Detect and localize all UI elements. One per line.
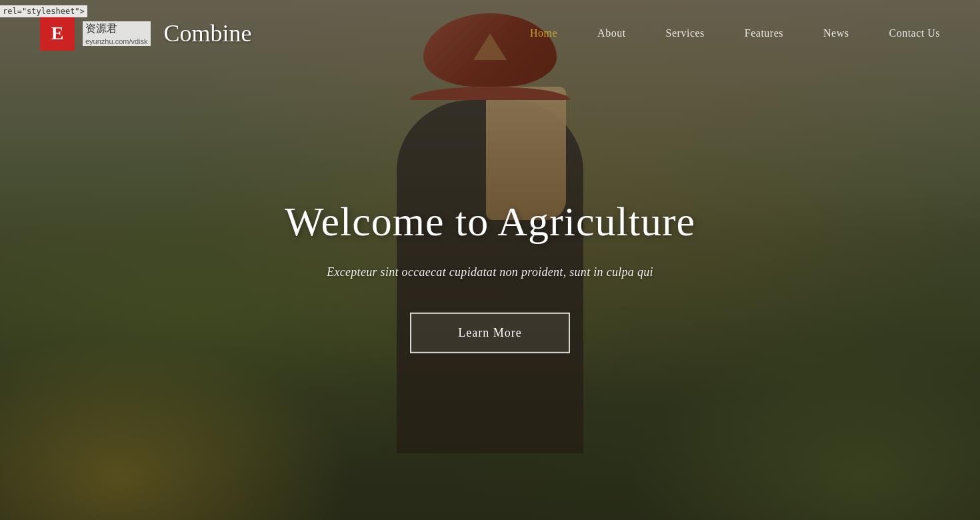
nav-item-home[interactable]: Home <box>530 27 557 39</box>
logo-chinese: 资源君 <box>83 21 151 37</box>
nav-item-contact[interactable]: Contact Us <box>889 27 940 39</box>
watermark-text: rel="stylesheet"> <box>0 5 87 17</box>
logo-brand-name: Combine <box>164 19 252 47</box>
nav-link-about[interactable]: About <box>597 27 626 39</box>
nav-item-services[interactable]: Services <box>666 27 705 39</box>
hero-title: Welcome to Agriculture <box>190 198 790 245</box>
nav-links: Home About Services Features News Contac… <box>530 27 940 39</box>
nav-link-services[interactable]: Services <box>666 27 705 39</box>
nav-item-features[interactable]: Features <box>745 27 783 39</box>
nav-link-features[interactable]: Features <box>745 27 783 39</box>
logo-text-block: 资源君 eyunzhu.com/vdisk <box>83 21 151 46</box>
logo-area: E 资源君 eyunzhu.com/vdisk Combine <box>40 16 252 51</box>
nav-link-news[interactable]: News <box>823 27 849 39</box>
logo-badge: E <box>40 16 75 51</box>
hero-content: Welcome to Agriculture Excepteur sint oc… <box>190 198 790 353</box>
nav-link-contact[interactable]: Contact Us <box>889 27 940 39</box>
logo-url: eyunzhu.com/vdisk <box>83 37 151 46</box>
navigation: E 资源君 eyunzhu.com/vdisk Combine Home Abo… <box>0 0 980 67</box>
hero-subtitle: Excepteur sint occaecat cupidatat non pr… <box>190 265 790 279</box>
nav-link-home[interactable]: Home <box>530 27 557 39</box>
logo-badge-letter: E <box>51 23 64 44</box>
nav-item-about[interactable]: About <box>597 27 626 39</box>
learn-more-button[interactable]: Learn More <box>410 313 569 353</box>
nav-item-news[interactable]: News <box>823 27 849 39</box>
